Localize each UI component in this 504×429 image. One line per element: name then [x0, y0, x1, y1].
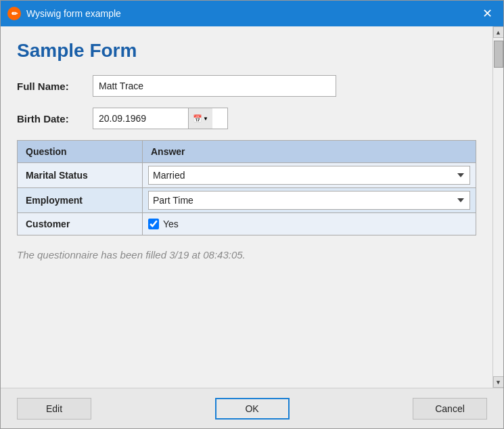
table-row: Employment Part Time Full Time Unemploye…	[18, 187, 476, 212]
footer: Edit OK Cancel	[1, 388, 503, 428]
birth-date-row: Birth Date: 📅 ▼	[17, 108, 476, 129]
table-row: Customer Yes	[18, 212, 476, 235]
dropdown-arrow-icon: ▼	[203, 116, 208, 122]
question-cell-customer: Customer	[18, 213, 143, 235]
status-text: The questionnaire has been filled 3/19 a…	[17, 246, 476, 263]
marital-status-select[interactable]: Married Single Divorced Widowed	[148, 166, 470, 185]
scroll-up-button[interactable]: ▲	[493, 26, 504, 38]
date-input-wrapper: 📅 ▼	[93, 108, 228, 129]
customer-checkbox-label: Yes	[163, 219, 179, 229]
customer-checkbox[interactable]	[148, 219, 159, 229]
title-bar: ✏ Wysiwig form example ✕	[1, 1, 503, 26]
form-title: Sample Form	[17, 40, 476, 62]
content-area: Sample Form Full Name: Birth Date: 📅 ▼	[1, 26, 503, 388]
table-row: Marital Status Married Single Divorced W…	[18, 162, 476, 187]
full-name-label: Full Name:	[17, 81, 85, 92]
answer-cell-customer: Yes	[143, 213, 476, 235]
edit-button[interactable]: Edit	[17, 398, 91, 420]
window-title: Wysiwig form example	[26, 8, 121, 19]
answer-cell-employment: Part Time Full Time Unemployed Retired	[143, 188, 476, 212]
table-header-question: Question	[18, 141, 143, 162]
window: ✏ Wysiwig form example ✕ Sample Form Ful…	[0, 0, 504, 429]
app-icon: ✏	[7, 7, 21, 20]
scrollbar[interactable]: ▲ ▼	[492, 26, 503, 388]
customer-checkbox-wrapper: Yes	[148, 219, 179, 229]
ok-button[interactable]: OK	[215, 398, 290, 420]
main-content: Sample Form Full Name: Birth Date: 📅 ▼	[1, 26, 492, 388]
calendar-button[interactable]: 📅 ▼	[188, 108, 212, 129]
questionnaire-table: Question Answer Marital Status Married S…	[17, 140, 476, 235]
cancel-button[interactable]: Cancel	[413, 398, 487, 420]
table-header-row: Question Answer	[18, 141, 476, 162]
full-name-row: Full Name:	[17, 75, 476, 97]
birth-date-label: Birth Date:	[17, 113, 85, 125]
close-button[interactable]: ✕	[478, 4, 497, 23]
title-bar-left: ✏ Wysiwig form example	[7, 7, 121, 20]
scroll-down-button[interactable]: ▼	[493, 376, 504, 388]
birth-date-input[interactable]	[93, 110, 188, 127]
question-cell-employment: Employment	[18, 188, 143, 212]
question-cell-marital: Marital Status	[18, 163, 143, 187]
full-name-input[interactable]	[93, 75, 336, 97]
table-header-answer: Answer	[143, 141, 476, 162]
employment-select[interactable]: Part Time Full Time Unemployed Retired	[148, 191, 470, 210]
calendar-icon: 📅	[193, 114, 202, 123]
scroll-thumb[interactable]	[494, 41, 503, 68]
scroll-track[interactable]	[493, 38, 503, 376]
answer-cell-marital: Married Single Divorced Widowed	[143, 163, 476, 187]
